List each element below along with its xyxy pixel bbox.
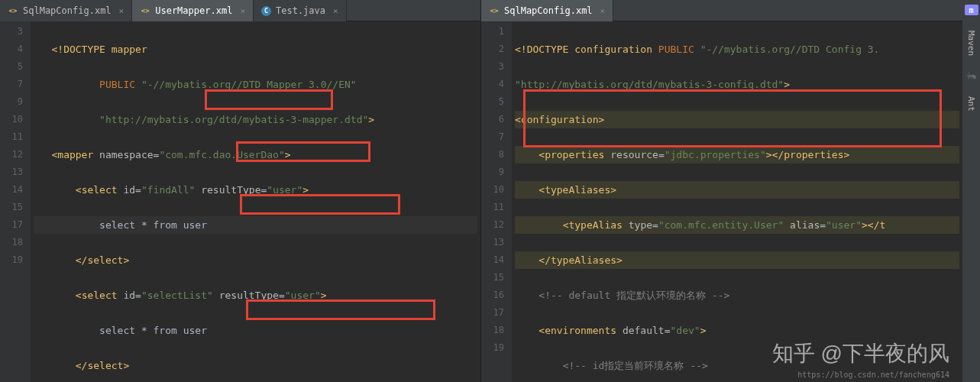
code-token: "com.mfc.dao.UserDao" xyxy=(159,149,284,160)
tab-label: Test.java xyxy=(276,5,325,16)
code-token: "-//mybatis.org//DTD Mapper 3.0//EN" xyxy=(141,79,357,90)
ant-icon[interactable]: 🐜 xyxy=(966,71,977,81)
tab-label: SqlMapConfig.xml xyxy=(23,5,112,16)
code-token: select xyxy=(82,290,118,301)
code-token: resultType xyxy=(219,290,279,301)
tab-sqlmapconfig-right[interactable]: <> SqlMapConfig.xml × xyxy=(481,0,613,21)
left-code-content[interactable]: <!DOCTYPE mapper PUBLIC "-//mybatis.org/… xyxy=(31,21,480,382)
code-token: mapper xyxy=(57,149,93,160)
code-token: "jdbc.properties" xyxy=(665,149,766,160)
right-gutter: 12345678910111213141516171819 xyxy=(481,21,512,382)
code-token: properties xyxy=(545,149,604,160)
right-tab-bar: <> SqlMapConfig.xml × xyxy=(481,0,962,21)
code-token: "user" xyxy=(285,290,321,301)
code-token: "com.mfc.entity.User" xyxy=(658,219,784,231)
code-token: PUBLIC xyxy=(99,79,135,90)
code-token: </select> xyxy=(76,360,129,371)
close-icon[interactable]: × xyxy=(333,6,338,16)
close-icon[interactable]: × xyxy=(600,6,606,16)
code-token: "http://mybatis.org/dtd/mybatis-3-mapper… xyxy=(99,114,368,125)
code-token: "http://mybatis.org/dtd/mybatis-3-config… xyxy=(515,79,784,90)
code-token: </select> xyxy=(76,254,129,266)
code-token: </typeAliases> xyxy=(539,254,623,266)
code-token: "user" xyxy=(267,184,302,196)
code-token: "user" xyxy=(826,219,862,231)
code-token: default xyxy=(623,325,665,336)
sidebar-maven[interactable]: Maven xyxy=(966,31,976,56)
tab-label: UserMapper.xml xyxy=(155,5,232,16)
xml-file-icon: <> xyxy=(140,5,150,16)
code-token: "selectList" xyxy=(141,290,213,301)
left-tab-bar: <> SqlMapConfig.xml × <> UserMapper.xml … xyxy=(0,0,480,21)
code-token: select * from user xyxy=(99,325,207,336)
tab-usermapper[interactable]: <> UserMapper.xml × xyxy=(132,0,254,21)
code-token: environments xyxy=(545,325,616,336)
left-gutter: 34579101112131415171819 xyxy=(0,21,31,382)
code-token: select xyxy=(82,184,118,196)
code-token: <!-- id指定当前环境名称 --> xyxy=(563,360,708,371)
xml-file-icon: <> xyxy=(489,5,500,16)
code-token: typeAlias xyxy=(568,219,622,231)
close-icon[interactable]: × xyxy=(240,6,245,16)
java-file-icon: C xyxy=(261,6,271,16)
code-token: select * from user xyxy=(99,219,207,231)
code-token: <configuration> xyxy=(515,114,604,125)
left-code-area[interactable]: 34579101112131415171819 <!DOCTYPE mapper… xyxy=(0,21,480,382)
left-editor-pane: <> SqlMapConfig.xml × <> UserMapper.xml … xyxy=(0,0,481,382)
tab-sqlmapconfig[interactable]: <> SqlMapConfig.xml × xyxy=(0,0,132,21)
tab-testjava[interactable]: C Test.java × xyxy=(254,0,347,21)
right-code-area[interactable]: 12345678910111213141516171819 <!DOCTYPE … xyxy=(481,21,962,382)
sidebar-ant[interactable]: Ant xyxy=(966,96,976,112)
code-token: resultType xyxy=(201,184,260,196)
right-editor-pane: <> SqlMapConfig.xml × 123456789101112131… xyxy=(481,0,962,382)
right-code-content[interactable]: <!DOCTYPE configuration PUBLIC "-//mybat… xyxy=(512,21,962,382)
code-token: <typeAliases> xyxy=(539,184,616,196)
tab-label: SqlMapConfig.xml xyxy=(504,5,593,16)
code-token: namespace xyxy=(99,149,153,160)
code-token: "findAll" xyxy=(141,184,195,196)
maven-icon[interactable]: m xyxy=(965,5,978,15)
code-token: resource xyxy=(610,149,658,160)
code-token: <!-- default 指定默认环境的名称 --> xyxy=(539,290,729,301)
xml-file-icon: <> xyxy=(8,5,18,16)
close-icon[interactable]: × xyxy=(119,6,125,16)
code-token: </properties> xyxy=(772,149,850,160)
right-toolbar: m Maven 🐜 Ant xyxy=(962,0,980,382)
code-token: "dev" xyxy=(671,325,700,336)
